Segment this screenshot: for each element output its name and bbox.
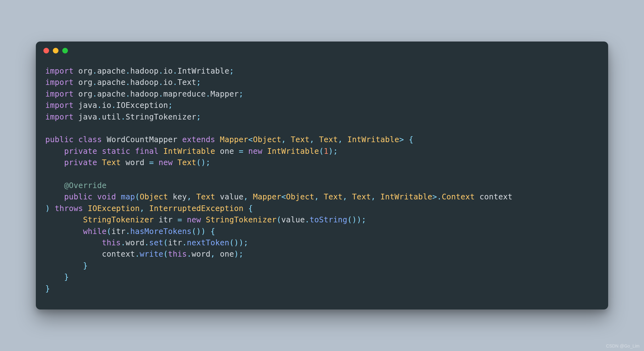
code-token: {	[210, 227, 215, 236]
code-token: .	[144, 238, 149, 247]
code-token: WordCountMapper	[107, 135, 177, 144]
code-token: public	[64, 192, 92, 201]
code-token: StringTokenizer	[125, 112, 196, 121]
code-token: .	[97, 112, 102, 121]
code-token: ;	[196, 78, 201, 87]
code-token: import	[45, 101, 74, 110]
code-token: )	[352, 215, 357, 224]
code-token: )	[357, 215, 362, 224]
code-token: ;	[243, 238, 248, 247]
code-token: Text	[196, 192, 215, 201]
code-token: util	[102, 112, 121, 121]
code-token: import	[45, 66, 74, 75]
code-token	[177, 135, 182, 144]
code-token	[45, 261, 83, 270]
code-token: this	[168, 249, 187, 259]
code-token: )	[201, 158, 206, 167]
code-token	[83, 204, 88, 213]
code-token: 1	[324, 147, 329, 156]
code-token: ;	[206, 158, 210, 167]
code-token: IntWritable	[177, 66, 229, 75]
code-token: set	[149, 238, 163, 247]
code-token: (	[135, 192, 140, 201]
code-token: .	[173, 78, 177, 87]
code-token: apache	[97, 89, 125, 98]
code-token: throws	[55, 204, 83, 213]
minimize-icon[interactable]	[53, 48, 58, 53]
code-token: one	[215, 147, 239, 156]
code-token: private	[64, 147, 97, 156]
code-token: context	[102, 249, 135, 259]
code-token	[45, 238, 102, 247]
code-token	[45, 215, 83, 224]
code-token: (	[196, 158, 201, 167]
code-token: while	[83, 227, 107, 236]
code-token: io	[102, 101, 111, 110]
code-token: Context	[442, 192, 475, 201]
code-token: word	[125, 238, 144, 247]
code-token: Mapper	[220, 135, 248, 144]
code-block: import org.apache.hadoop.io.IntWritable;…	[36, 60, 608, 309]
code-token: ;	[333, 147, 338, 156]
code-token: (	[107, 227, 111, 236]
code-token: Object	[253, 135, 281, 144]
code-token	[215, 135, 220, 144]
code-token: (	[163, 249, 168, 259]
code-token: org	[74, 66, 92, 75]
code-token: final	[135, 147, 158, 156]
code-token: new	[187, 215, 201, 224]
code-token: itr	[154, 215, 177, 224]
code-token: Object	[140, 192, 168, 201]
code-token: hadoop	[130, 89, 158, 98]
code-token	[45, 272, 64, 281]
code-token: hadoop	[130, 66, 158, 75]
code-token: Object	[286, 192, 314, 201]
code-token: .	[121, 238, 125, 247]
code-token: ,	[210, 249, 220, 259]
code-token: private	[64, 158, 97, 167]
code-token: )	[329, 147, 333, 156]
code-token: .	[125, 227, 130, 236]
code-token: =	[177, 215, 182, 224]
code-token: ;	[168, 101, 173, 110]
code-token: )	[201, 227, 206, 236]
code-token: write	[140, 249, 163, 259]
code-token: static	[102, 147, 130, 156]
code-token	[154, 158, 158, 167]
code-token: =	[149, 158, 154, 167]
code-token: Mapper	[253, 192, 281, 201]
code-token: )	[234, 249, 239, 259]
code-token	[404, 135, 409, 144]
code-token: .	[135, 249, 140, 259]
code-token: class	[78, 135, 102, 144]
code-token: .	[125, 66, 130, 75]
code-token: StringTokenizer	[206, 215, 276, 224]
code-token: import	[45, 78, 74, 87]
code-token: IntWritable	[380, 192, 432, 201]
code-token	[45, 192, 64, 201]
code-token: one	[220, 249, 234, 259]
code-token	[45, 249, 102, 259]
maximize-icon[interactable]	[62, 48, 68, 53]
code-token: java	[74, 112, 97, 121]
code-token	[45, 181, 64, 190]
code-token: .	[158, 78, 163, 87]
code-token	[50, 204, 55, 213]
watermark-text: CSDN @Go_Lim	[606, 343, 640, 348]
code-token	[201, 215, 206, 224]
code-token	[97, 158, 102, 167]
code-token: }	[45, 284, 50, 293]
code-token: this	[102, 238, 121, 247]
code-token: ;	[239, 249, 243, 259]
code-token: .	[121, 112, 125, 121]
code-token: Text	[324, 192, 343, 201]
code-token: java	[74, 101, 97, 110]
code-token	[74, 135, 78, 144]
code-token: .	[158, 89, 163, 98]
code-token: .	[173, 66, 177, 75]
code-token: word	[192, 249, 210, 259]
close-icon[interactable]	[43, 48, 49, 53]
code-token: .	[305, 215, 309, 224]
code-token: ,	[140, 204, 149, 213]
code-token: Text	[177, 78, 196, 87]
